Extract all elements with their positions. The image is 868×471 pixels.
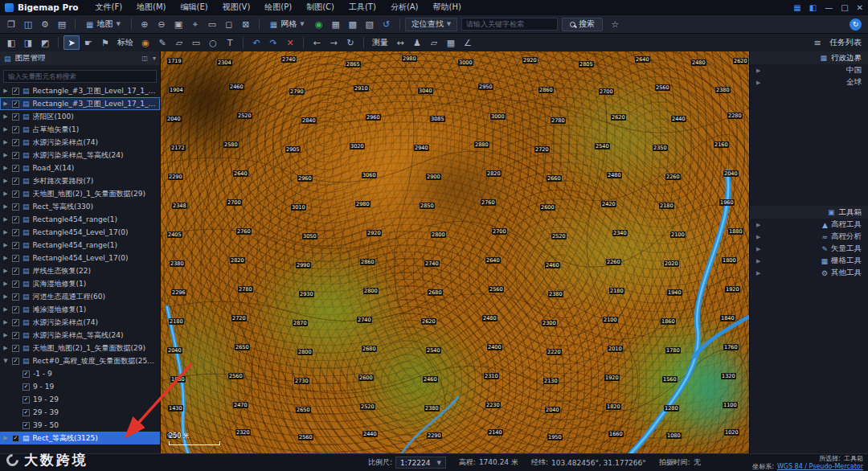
layer-row[interactable]: ▶✓▤Rectangle454_Level_17(0): [0, 252, 160, 264]
map-source-dropdown[interactable]: ▦地图▼: [80, 17, 126, 31]
layer-search-input[interactable]: [3, 70, 157, 83]
expand-expander-icon[interactable]: ▶: [2, 229, 9, 236]
layer-row[interactable]: ▶✓▤Rect_等高线(3125): [0, 432, 160, 444]
zoom-out-icon[interactable]: ⊖: [154, 17, 170, 31]
panel-collapse-icon[interactable]: ▾: [153, 55, 156, 62]
dock-bottom-icon[interactable]: ◨: [20, 35, 36, 50]
right-panel-item[interactable]: ▶≈高程分析: [750, 231, 868, 243]
layer-checkbox[interactable]: ✓: [12, 100, 19, 108]
layer-checkbox[interactable]: ✓: [12, 242, 19, 249]
layer-row[interactable]: ▶✓▤河道生态疏通工程(60): [0, 290, 160, 303]
expand-expander-icon[interactable]: ▶: [2, 319, 9, 326]
expand-expander-icon[interactable]: ▶: [2, 435, 9, 441]
expand-expander-icon[interactable]: ▶: [2, 345, 9, 351]
dock-left-icon[interactable]: ◧: [3, 35, 19, 50]
layer-row[interactable]: ▶✓▤岸线生态恢复(22): [0, 264, 160, 277]
expand-expander-icon[interactable]: ▶: [2, 242, 9, 248]
menu-item-3[interactable]: 视图(V): [215, 2, 258, 13]
layer-class-row[interactable]: ✓9 - 19: [0, 380, 160, 393]
layer-row[interactable]: ▶✓▤济阳区(100): [0, 110, 160, 123]
layer-row[interactable]: ▶✓▤水源污染采样点_等高线(24): [0, 149, 160, 162]
expand-expander-icon[interactable]: ▶: [2, 306, 9, 313]
layer-checkbox[interactable]: ✓: [12, 268, 19, 275]
menu-item-5[interactable]: 制图(C): [299, 2, 342, 13]
layer-row[interactable]: ▼✓▤Rect#0_高程_坡度_矢量面数据(25479): [0, 354, 160, 367]
layer-row[interactable]: ▶✓▤Rectangle_#3_卫图_Level_17_1_1_矢量...: [0, 84, 160, 97]
expand-expander-icon[interactable]: ▶: [2, 332, 9, 338]
layer-row[interactable]: ▶✓▤水源污染采样点(74): [0, 316, 160, 329]
right-section-header[interactable]: ▣工具箱: [750, 206, 868, 219]
layer-checkbox[interactable]: ✓: [12, 203, 19, 211]
measure-area-icon[interactable]: ▱: [426, 35, 442, 50]
history-view-icon[interactable]: ↺: [379, 17, 395, 31]
class-checkbox[interactable]: ✓: [23, 371, 30, 378]
select-rect-icon[interactable]: ◻: [221, 17, 237, 31]
right-section-header[interactable]: ▦行政边界: [750, 51, 868, 64]
theme-icon[interactable]: ◧: [809, 3, 817, 12]
dock-right-icon[interactable]: ◩: [37, 35, 53, 50]
expand-expander-icon[interactable]: ▶: [2, 100, 9, 107]
undo-icon[interactable]: ↶: [248, 35, 264, 50]
layer-row[interactable]: ▶✓▤水源污染采样点(74): [0, 136, 160, 149]
right-panel-item[interactable]: ▶中国: [750, 64, 868, 76]
layer-checkbox[interactable]: ✓: [12, 281, 19, 288]
layer-checkbox[interactable]: ✓: [12, 152, 19, 159]
layer-class-row[interactable]: ✓29 - 39: [0, 406, 160, 419]
menu-item-8[interactable]: 帮助(H): [426, 2, 469, 13]
expand-expander-icon[interactable]: ▶: [2, 203, 9, 210]
select-cursor-icon[interactable]: ➤: [63, 35, 80, 50]
expand-expander-icon[interactable]: ▶: [2, 216, 9, 223]
table-icon[interactable]: ▦: [328, 17, 344, 31]
measure-distance-icon[interactable]: ↔: [392, 35, 408, 50]
layer-row[interactable]: ▶✓▤滩涂湿地修复(1): [0, 303, 160, 316]
sync-icon[interactable]: ↻: [850, 18, 862, 31]
zoom-in-icon[interactable]: ⊕: [137, 17, 153, 31]
clear-selection-icon[interactable]: ⊠: [238, 17, 254, 31]
layer-checkbox[interactable]: ✓: [12, 345, 19, 352]
street-view-icon[interactable]: ♟: [409, 35, 425, 50]
layer-checkbox[interactable]: ✓: [12, 178, 19, 185]
expand-expander-icon[interactable]: ▶: [2, 165, 9, 171]
delete-icon[interactable]: ✕: [282, 35, 298, 50]
layer-row[interactable]: ▶✓▤乡村路次要路段(7): [0, 174, 160, 187]
layer-checkbox[interactable]: ✓: [12, 435, 19, 442]
layer-row[interactable]: ▶✓▤天地图_地图(2)_1_矢量面数据(29): [0, 187, 160, 200]
expand-expander-icon[interactable]: ▶: [2, 126, 9, 133]
grid-dropdown[interactable]: ▦网格▼: [264, 17, 310, 31]
layer-class-row[interactable]: ✓-1 - 9: [0, 367, 160, 380]
layer-row[interactable]: ▶✓▤Rectangle_#3_卫图_Level_17_1_1_矢量...: [0, 97, 160, 110]
layer-checkbox[interactable]: ✓: [12, 190, 19, 198]
search-button[interactable]: 搜索: [562, 18, 603, 31]
expand-expander-icon[interactable]: ▶: [2, 293, 9, 300]
menu-item-4[interactable]: 绘图(P): [257, 2, 299, 13]
layer-checkbox[interactable]: ✓: [12, 113, 19, 121]
layer-checkbox[interactable]: ✓: [12, 306, 19, 313]
open-folder-icon[interactable]: ❐: [3, 17, 19, 31]
layer-class-row[interactable]: ✓19 - 29: [0, 393, 160, 406]
polyline-draw-icon[interactable]: ✎: [154, 35, 170, 50]
crs-link[interactable]: WGS 84 / Pseudo-Mercator: [777, 463, 863, 471]
menu-item-7[interactable]: 分析(A): [383, 2, 426, 13]
maximize-icon[interactable]: □: [841, 3, 848, 12]
layer-checkbox[interactable]: ✓: [12, 216, 19, 223]
settings-icon[interactable]: ⚙: [37, 17, 53, 31]
expand-expander-icon[interactable]: ▶: [2, 152, 9, 158]
expand-expander-icon[interactable]: ▶: [2, 281, 9, 287]
layer-class-row[interactable]: ✓39 - 50: [0, 419, 160, 432]
layer-row[interactable]: ▶✓▤Rect_等高线(330): [0, 200, 160, 213]
circle-draw-icon[interactable]: ○: [205, 35, 221, 50]
refresh-view-icon[interactable]: ↻: [342, 35, 358, 50]
menu-item-1[interactable]: 地图(M): [129, 2, 173, 13]
expand-expander-icon[interactable]: ▶: [2, 255, 9, 261]
expand-expander-icon[interactable]: ▶: [2, 113, 9, 120]
expand-expander-icon[interactable]: ▶: [2, 139, 9, 145]
grid-measure-icon[interactable]: ▦: [443, 35, 459, 50]
locate-search-dropdown[interactable]: 定位查找▼: [405, 18, 457, 31]
pan-icon[interactable]: ⌖: [187, 17, 203, 31]
globe-icon[interactable]: ◉: [311, 17, 327, 31]
layer-checkbox[interactable]: ✓: [12, 165, 19, 172]
flag-icon[interactable]: ⚑: [97, 35, 113, 50]
redo-icon[interactable]: ↷: [265, 35, 281, 50]
menu-item-6[interactable]: 工具(T): [342, 2, 383, 13]
layer-row[interactable]: ▶✓▤天地图_地图(2)_1_矢量面数据(29): [0, 342, 160, 354]
